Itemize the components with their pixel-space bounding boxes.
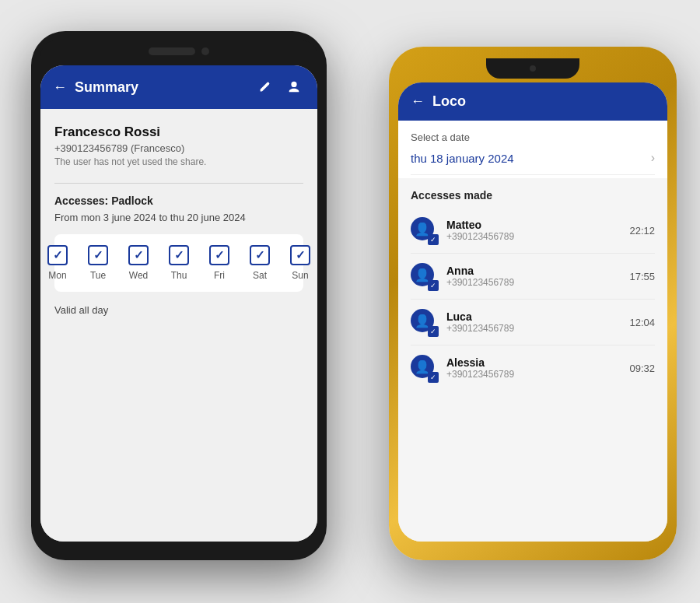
access-info-luca: Luca +390123456789 [446, 310, 620, 334]
access-phone-alessia: +390123456789 [446, 369, 620, 380]
date-value: thu 18 january 2024 [411, 152, 514, 165]
days-box: Mon Tue Wed Thu [54, 234, 303, 292]
access-time-luca: 12:04 [629, 317, 655, 328]
day-label-sun: Sun [292, 270, 308, 281]
day-mon: Mon [44, 245, 72, 281]
front-camera-left [201, 47, 209, 55]
access-name-luca: Luca [446, 310, 620, 323]
access-item-luca: 👤 Luca +390123456789 12:04 [411, 300, 655, 345]
date-row[interactable]: thu 18 january 2024 › [411, 151, 655, 175]
access-name-anna: Anna [446, 265, 620, 277]
access-name-matteo: Matteo [446, 219, 620, 231]
loco-header: ← Loco [398, 82, 667, 121]
accesses-made-label: Accesses made [411, 189, 655, 202]
edit-button[interactable] [254, 76, 275, 98]
access-item-alessia: 👤 Alessia +390123456789 09:32 [411, 345, 655, 391]
access-item-matteo: 👤 Matteo +390123456789 22:12 [411, 208, 655, 254]
access-phone-luca: +390123456789 [446, 323, 620, 334]
day-label-wed: Wed [129, 270, 148, 281]
checkmarks-row: Mon Tue Wed Thu [44, 245, 314, 281]
day-label-thu: Thu [171, 270, 187, 281]
day-label-mon: Mon [48, 270, 66, 281]
check-mon [47, 245, 68, 265]
screen-left: ← Summary Francesco Rossi +390123456789 … [40, 65, 317, 542]
day-label-tue: Tue [90, 270, 106, 281]
screen-right: ← Loco Select a date thu 18 january 2024… [398, 82, 667, 542]
access-info-anna: Anna +390123456789 [446, 265, 620, 288]
check-sat [250, 245, 270, 265]
access-time-matteo: 22:12 [629, 225, 655, 237]
avatar-check [428, 326, 439, 337]
accesses-label: Accesses: Padlock [54, 195, 303, 207]
valid-all-day: Valid all day [54, 304, 303, 316]
avatar-matteo: 👤 [411, 217, 437, 244]
access-info-alessia: Alessia +390123456789 [446, 356, 620, 380]
loco-content: Select a date thu 18 january 2024 › Acce… [398, 121, 667, 542]
access-item-anna: 👤 Anna +390123456789 17:55 [411, 254, 655, 300]
back-button-right[interactable]: ← [411, 93, 425, 110]
day-tue: Tue [84, 245, 112, 281]
accesses-section: Accesses made 👤 Matteo +390123456789 [398, 178, 667, 391]
access-phone-matteo: +390123456789 [446, 231, 620, 242]
day-sat: Sat [246, 245, 274, 281]
user-phone: +390123456789 (Francesco) [54, 142, 303, 154]
back-button-left[interactable]: ← [53, 79, 67, 96]
notch-right [398, 56, 667, 81]
access-name-alessia: Alessia [446, 356, 620, 369]
divider-1 [54, 183, 303, 184]
notch-pill [149, 47, 195, 55]
check-thu [169, 245, 189, 265]
scene: ← Summary Francesco Rossi +390123456789 … [0, 0, 700, 603]
day-thu: Thu [165, 245, 193, 281]
summary-header: ← Summary [40, 65, 317, 109]
user-button[interactable] [283, 76, 305, 98]
user-name: Francesco Rossi [54, 124, 303, 140]
access-phone-anna: +390123456789 [446, 277, 620, 288]
phone-left: ← Summary Francesco Rossi +390123456789 … [31, 31, 327, 560]
phone-right: ← Loco Select a date thu 18 january 2024… [389, 47, 677, 560]
day-sun: Sun [286, 245, 314, 281]
loco-title: Loco [432, 93, 655, 110]
select-date-section: Select a date thu 18 january 2024 › [398, 121, 667, 178]
summary-content: Francesco Rossi +390123456789 (Francesco… [40, 109, 317, 542]
avatar-check [428, 372, 439, 383]
avatar-check [428, 234, 439, 245]
date-range: From mon 3 june 2024 to thu 20 june 2024 [54, 212, 303, 223]
user-note: The user has not yet used the share. [54, 156, 303, 167]
day-fri: Fri [205, 245, 233, 281]
avatar-alessia: 👤 [411, 355, 437, 381]
access-info-matteo: Matteo +390123456789 [446, 219, 620, 242]
check-fri [209, 245, 229, 265]
access-time-anna: 17:55 [629, 271, 655, 282]
select-date-label: Select a date [411, 131, 655, 143]
summary-title: Summary [75, 79, 246, 96]
check-wed [128, 245, 149, 265]
check-tue [88, 245, 108, 265]
day-wed: Wed [124, 245, 152, 281]
day-label-fri: Fri [214, 270, 225, 281]
check-sun [290, 245, 310, 265]
notch-left [40, 40, 317, 62]
front-camera-right [530, 65, 536, 72]
chevron-right-icon: › [651, 151, 655, 165]
access-time-alessia: 09:32 [629, 363, 655, 374]
notch-cutout [486, 58, 579, 79]
avatar-check [428, 280, 439, 291]
day-label-sat: Sat [253, 270, 267, 281]
avatar-luca: 👤 [411, 309, 437, 335]
avatar-anna: 👤 [411, 263, 437, 289]
